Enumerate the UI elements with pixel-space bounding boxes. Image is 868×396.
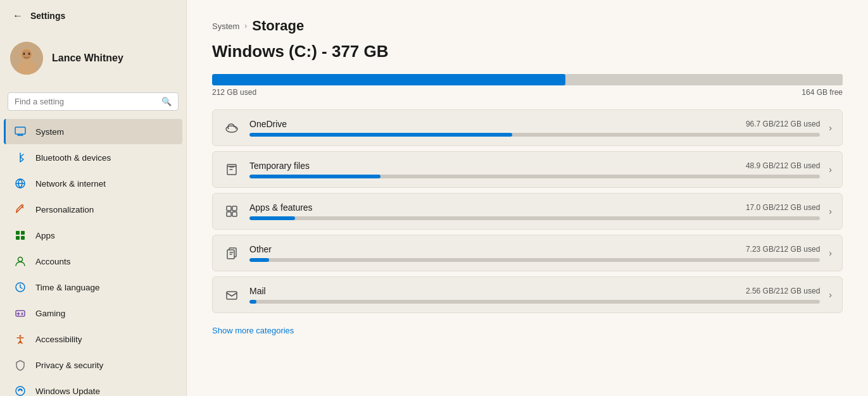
onedrive-chevron: › [829, 123, 832, 133]
sidebar-item-label-bluetooth: Bluetooth & devices [35, 153, 111, 163]
sidebar-item-label-accounts: Accounts [35, 257, 71, 266]
sidebar-item-label-privacy: Privacy & security [35, 361, 103, 370]
category-item-mail[interactable]: Mail 2.56 GB/212 GB used › [212, 276, 843, 313]
category-item-apps[interactable]: Apps & features 17.0 GB/212 GB used › [212, 193, 843, 230]
other-header: Other 7.23 GB/212 GB used [249, 244, 820, 254]
other-size: 7.23 GB/212 GB used [746, 245, 820, 254]
storage-bar-container: 212 GB used 164 GB free [212, 74, 843, 97]
apps-header: Apps & features 17.0 GB/212 GB used [249, 202, 820, 213]
temp-bar-fill [249, 175, 381, 178]
other-content: Other 7.23 GB/212 GB used [249, 244, 820, 262]
onedrive-icon [223, 119, 241, 137]
sidebar-item-system[interactable]: System [4, 119, 182, 144]
svg-rect-10 [16, 236, 20, 240]
temp-chevron: › [829, 164, 832, 175]
network-icon [14, 177, 27, 190]
sidebar: ← Settings Lance Whitney 🔍 [0, 0, 187, 396]
apps-size: 17.0 GB/212 GB used [746, 203, 820, 212]
privacy-icon [14, 359, 27, 371]
show-more-link[interactable]: Show more categories [212, 326, 294, 335]
breadcrumb-parent[interactable]: System [212, 22, 239, 31]
apps-name: Apps & features [249, 202, 313, 213]
breadcrumb-current: Storage [252, 18, 304, 34]
temp-icon [223, 161, 241, 178]
sidebar-item-accounts[interactable]: Accounts [4, 249, 182, 274]
mail-header: Mail 2.56 GB/212 GB used [249, 286, 820, 296]
svg-rect-21 [227, 212, 231, 216]
storage-bar-fill [212, 74, 565, 85]
system-icon [14, 125, 27, 138]
sidebar-header: ← Settings [0, 0, 186, 32]
category-item-onedrive[interactable]: OneDrive 96.7 GB/212 GB used › [212, 109, 843, 146]
other-icon [223, 244, 241, 262]
back-button[interactable]: ← [10, 8, 25, 24]
onedrive-name: OneDrive [249, 119, 287, 129]
svg-rect-20 [232, 206, 237, 211]
category-item-other[interactable]: Other 7.23 GB/212 GB used › [212, 235, 843, 271]
other-bar-fill [249, 258, 269, 262]
sidebar-item-label-personalization: Personalization [35, 205, 94, 214]
svg-rect-8 [16, 231, 20, 235]
sidebar-item-privacy[interactable]: Privacy & security [4, 352, 182, 378]
storage-labels: 212 GB used 164 GB free [212, 88, 843, 97]
user-name: Lance Whitney [52, 53, 123, 64]
category-item-temp[interactable]: Temporary files 48.9 GB/212 GB used › [212, 151, 843, 188]
search-icon: 🔍 [161, 97, 172, 106]
mail-chevron: › [829, 290, 832, 300]
sidebar-item-personalization[interactable]: Personalization [4, 197, 182, 222]
other-bar-track [249, 258, 820, 262]
search-input[interactable] [15, 97, 156, 106]
apps-bar-fill [249, 216, 295, 220]
sidebar-item-label-update: Windows Update [35, 387, 100, 396]
gaming-icon [14, 307, 27, 319]
svg-point-4 [23, 53, 25, 55]
storage-free-label: 164 GB free [802, 88, 843, 97]
sidebar-item-time[interactable]: Time & language [4, 275, 182, 300]
app-title: Settings [30, 11, 65, 21]
svg-rect-19 [227, 206, 231, 211]
breadcrumb: System › Storage [212, 18, 843, 34]
svg-rect-6 [15, 127, 25, 134]
svg-rect-25 [227, 292, 237, 299]
sidebar-item-update[interactable]: Windows Update [4, 378, 182, 396]
search-box[interactable]: 🔍 [8, 92, 179, 111]
apps-chevron: › [829, 206, 832, 216]
update-icon [14, 385, 27, 396]
sidebar-item-apps[interactable]: Apps [4, 223, 182, 248]
sidebar-item-network[interactable]: Network & internet [4, 171, 182, 196]
onedrive-bar-track [249, 133, 820, 137]
sidebar-item-gaming[interactable]: Gaming [4, 300, 182, 326]
other-chevron: › [829, 248, 832, 258]
sidebar-item-accessibility[interactable]: Accessibility [4, 326, 182, 352]
apps-icon [14, 229, 27, 242]
temp-header: Temporary files 48.9 GB/212 GB used [249, 161, 820, 171]
temp-bar-track [249, 175, 820, 178]
temp-size: 48.9 GB/212 GB used [746, 161, 820, 170]
accessibility-icon [14, 333, 27, 345]
sidebar-item-label-time: Time & language [35, 283, 100, 292]
temp-content: Temporary files 48.9 GB/212 GB used [249, 161, 820, 178]
personalization-icon [14, 203, 27, 216]
mail-size: 2.56 GB/212 GB used [746, 287, 820, 295]
svg-rect-22 [232, 212, 237, 216]
onedrive-size: 96.7 GB/212 GB used [746, 120, 820, 128]
svg-point-5 [28, 53, 30, 55]
svg-rect-11 [21, 236, 25, 240]
mail-bar-fill [249, 300, 256, 304]
apps-bar-track [249, 216, 820, 220]
storage-used-label: 212 GB used [212, 88, 256, 97]
time-icon [14, 281, 27, 294]
sidebar-nav: System Bluetooth & devices Network & int… [0, 118, 186, 396]
onedrive-content: OneDrive 96.7 GB/212 GB used [249, 119, 820, 137]
onedrive-bar-fill [249, 133, 512, 137]
mail-bar-track [249, 300, 820, 304]
mail-name: Mail [249, 286, 266, 296]
breadcrumb-separator: › [244, 22, 247, 30]
apps-content: Apps & features 17.0 GB/212 GB used [249, 202, 820, 220]
sidebar-item-bluetooth[interactable]: Bluetooth & devices [4, 145, 182, 170]
sidebar-item-label-system: System [35, 127, 64, 137]
svg-rect-9 [21, 231, 25, 235]
sidebar-item-label-network: Network & internet [35, 179, 106, 189]
categories-list: OneDrive 96.7 GB/212 GB used › Temporary… [212, 109, 843, 313]
page-title: Windows (C:) - 377 GB [212, 42, 843, 61]
